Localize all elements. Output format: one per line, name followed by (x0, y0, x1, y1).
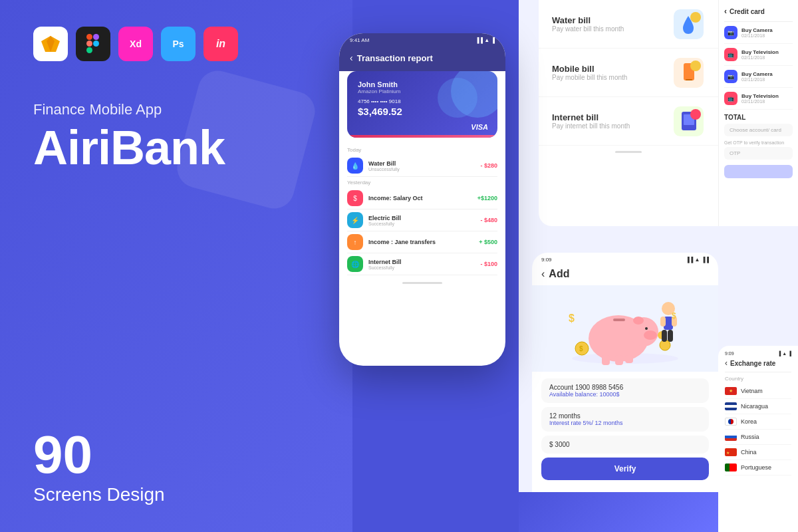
back-arrow-icon[interactable]: ‹ (350, 53, 353, 63)
trans-amount-4: - $100 (480, 261, 497, 267)
ps-icon: Ps (161, 27, 196, 61)
deco-shape-1 (173, 66, 319, 213)
bill-subtitle-internet: Pay internet bill this month (552, 122, 672, 130)
add-status-time: 9:09 (541, 257, 552, 263)
trans-status-4: Successfully (368, 265, 402, 270)
trans-name-2: Electric Bill (368, 215, 401, 221)
trans-amount-3: + $500 (479, 239, 497, 245)
bill-icon-water (672, 11, 705, 37)
amount-field: $ 3000 (541, 436, 709, 454)
electric-bill-icon: ⚡ (347, 212, 363, 228)
list-item: Water bill Pay water bill this month (539, 0, 718, 49)
list-item: Korea (725, 414, 791, 430)
bottom-accent (519, 492, 718, 532)
svg-rect-23 (602, 355, 610, 365)
svg-rect-5 (93, 41, 99, 47)
trans-amount-1: +$1200 (477, 195, 497, 201)
jane-transfer-icon: ↑ (347, 234, 363, 250)
add-panel-status-bar: 9:09 ▐▐ ▲ ▐▐ (532, 253, 718, 263)
card-red-bar (347, 135, 497, 138)
svg-point-22 (645, 327, 648, 330)
ps-label: Ps (172, 39, 184, 49)
bill-info-water: Water bill Pay water bill this month (552, 15, 672, 33)
exchange-back-icon[interactable]: ‹ (725, 358, 728, 368)
credit-trans-icon-2: 📷 (724, 70, 737, 83)
svg-point-20 (633, 317, 644, 325)
water-bill-icon: 💧 (347, 158, 363, 174)
svg-point-8 (690, 12, 701, 23)
exchange-time: 9:09 (725, 351, 734, 356)
bill-subtitle-mobile: Pay mobile bill this month (552, 74, 672, 81)
svg-rect-33 (660, 317, 666, 327)
list-item: ★ Vietnam (725, 384, 791, 399)
bill-title-internet: Internet bill (552, 112, 672, 122)
credit-trans-date-1: 02/11/2018 (741, 55, 779, 60)
credit-trans-name-2: Buy Camera (741, 71, 773, 77)
flag-korea (725, 418, 737, 426)
svg-rect-6 (86, 47, 92, 53)
credit-trans-name-1: Buy Television (741, 49, 779, 55)
credit-trans-icon-0: 📷 (724, 26, 737, 39)
exchange-status-icons: ▐ ▲ ▐ (777, 351, 791, 356)
status-time: 9:41 AM (350, 37, 369, 43)
transaction-section: Today 💧 Water Bill Unsuccessfully - $280… (339, 144, 505, 278)
add-panel: 9:09 ▐▐ ▲ ▐▐ ‹ Add $ (532, 253, 718, 532)
table-row: ↑ Income : Jane transfers + $500 (347, 231, 497, 253)
svg-text:$: $ (569, 313, 575, 324)
list-item: ★ China (725, 445, 791, 460)
xd-icon: Xd (118, 27, 153, 61)
credit-panel-title: Credit card (730, 8, 765, 15)
xd-label: Xd (130, 39, 142, 49)
country-vietnam: Vietnam (741, 388, 763, 394)
country-korea: Korea (741, 418, 757, 425)
trans-status-2: Successfully (368, 221, 401, 226)
exchange-rate-panel: 9:09 ▐ ▲ ▐ ‹ Exchange rate Country ★ Vie… (718, 346, 798, 532)
table-row: $ Income: Salary Oct +$1200 (347, 188, 497, 209)
verify-button[interactable]: Verify (541, 458, 709, 480)
otp-note: Get OTP to verify transaction (724, 140, 793, 145)
bill-subtitle-water: Pay water bill this month (552, 25, 672, 33)
credit-trans-icon-1: 📺 (724, 48, 737, 61)
credit-card: John Smith Amazon Platinium 4756 •••• ••… (347, 71, 497, 138)
trans-name-1: Income: Salary Oct (368, 195, 423, 201)
svg-rect-3 (93, 34, 99, 40)
tool-icons: Xd Ps in (33, 27, 319, 61)
country-russia: Russia (741, 434, 759, 440)
sketch-logo (40, 35, 61, 53)
country-label: Country (725, 372, 791, 384)
account-input[interactable]: Choose account/ card (724, 124, 793, 136)
screen-count: 90 (33, 428, 319, 481)
flag-china: ★ (725, 448, 737, 456)
table-row: 💧 Water Bill Unsuccessfully - $280 (347, 155, 497, 177)
phone-header-title: Transaction report (357, 53, 433, 63)
interest-field: Interest rate 5%/ 12 months (549, 420, 701, 426)
today-label: Today (347, 147, 497, 153)
add-status-icons: ▐▐ ▲ ▐▐ (686, 257, 709, 263)
amount-value: $ 3000 (549, 441, 701, 448)
svg-point-21 (644, 331, 657, 340)
sketch-icon (33, 27, 68, 61)
invision-icon: in (203, 27, 238, 61)
months-value: 12 months (549, 412, 701, 420)
table-row: ⚡ Electric Bill Successfully - $480 (347, 209, 497, 231)
flag-nicaragua (725, 402, 737, 410)
credit-back-icon[interactable]: ‹ (724, 7, 727, 16)
internet-bill-icon: 🌐 (347, 256, 363, 272)
trans-amount-0: - $280 (480, 162, 497, 169)
trans-name-3: Income : Jane transfers (368, 239, 436, 245)
table-row: 📺 Buy Television 02/11/2018 (724, 88, 793, 110)
add-back-icon[interactable]: ‹ (541, 268, 545, 280)
credit-trans-date-2: 02/11/2018 (741, 77, 773, 82)
table-row: 🌐 Internet Bill Successfully - $100 (347, 253, 497, 275)
bill-info-mobile: Mobile bill Pay mobile bill this month (552, 64, 672, 81)
credit-trans-name-0: Buy Camera (741, 27, 773, 33)
svg-text:$: $ (672, 311, 676, 321)
otp-input[interactable]: OTP (724, 147, 793, 160)
status-icons: ▐▐ ▲ ▐ (475, 37, 495, 43)
trans-amount-2: - $480 (480, 217, 497, 223)
yesterday-label: Yesterday (347, 180, 497, 186)
list-item: Internet bill Pay internet bill this mon… (539, 97, 718, 146)
screen-label: Screens Design (33, 484, 319, 505)
bills-panel: Water bill Pay water bill this month Mob… (539, 0, 718, 226)
phone-bottom-bar (402, 282, 442, 284)
